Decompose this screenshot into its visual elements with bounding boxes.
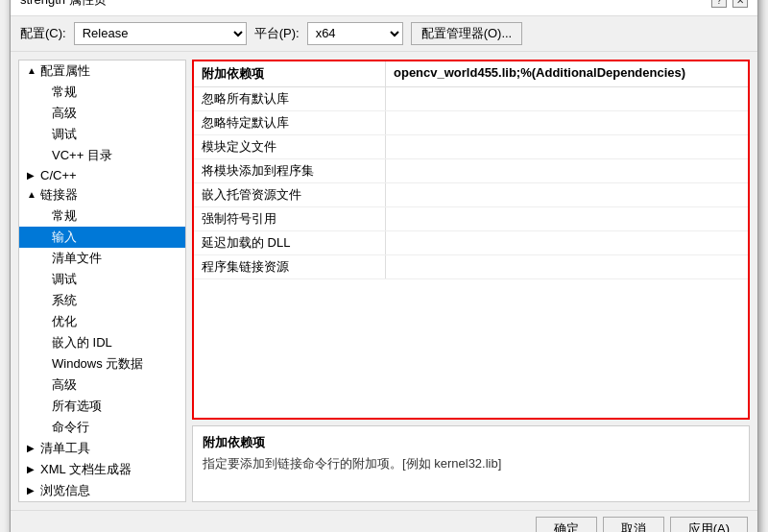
tree-item-label: 嵌入的 IDL: [52, 334, 112, 351]
tree-item-label: 高级: [52, 105, 77, 122]
tree-arrow-icon: ▲: [27, 65, 36, 76]
dialog-title: strength 属性页: [20, 0, 107, 9]
table-row[interactable]: 忽略特定默认库: [194, 111, 748, 135]
config-select[interactable]: Release: [74, 22, 247, 45]
tree-item[interactable]: 高级: [19, 103, 185, 124]
properties-table: 附加依赖项 opencv_world455.lib;%(AdditionalDe…: [192, 60, 750, 420]
tree-item[interactable]: ▲链接器: [19, 184, 185, 206]
prop-value: [386, 207, 748, 230]
tree-item-label: 浏览信息: [40, 482, 90, 499]
tree-arrow-icon: ▲: [27, 189, 36, 200]
tree-item-label: 输入: [52, 229, 77, 246]
prop-name: 程序集链接资源: [194, 255, 386, 278]
tree-item[interactable]: 优化: [19, 311, 185, 332]
ok-button[interactable]: 确定: [536, 517, 597, 533]
tree-item-label: C/C++: [40, 168, 77, 182]
tree-item-label: 调试: [52, 126, 77, 143]
tree-item[interactable]: 输入: [19, 227, 185, 248]
platform-label: 平台(P):: [254, 25, 300, 42]
table-row[interactable]: 延迟加载的 DLL: [194, 231, 748, 255]
tree-item-label: 优化: [52, 313, 77, 330]
tree-item[interactable]: 调试: [19, 124, 185, 145]
tree-item-label: 清单文件: [52, 250, 102, 267]
tree-arrow-icon: ▶: [27, 485, 36, 496]
properties-dialog: strength 属性页 ? ✕ 配置(C): Release 平台(P): x…: [10, 0, 758, 532]
prop-value: [386, 231, 748, 254]
info-panel: 附加依赖项 指定要添加到链接命令行的附加项。[例如 kernel32.lib]: [192, 425, 750, 502]
title-bar-buttons: ? ✕: [711, 0, 748, 8]
tree-arrow-icon: ▶: [27, 464, 36, 474]
prop-name: 延迟加载的 DLL: [194, 231, 386, 254]
tree-arrow-icon: ▶: [27, 443, 36, 453]
table-row[interactable]: 强制符号引用: [194, 207, 748, 231]
tree-item[interactable]: 常规: [19, 206, 185, 227]
close-button[interactable]: ✕: [732, 0, 748, 8]
prop-name: 模块定义文件: [194, 135, 386, 158]
prop-value: [386, 87, 748, 110]
tree-item-label: 所有选项: [52, 398, 102, 415]
tree-item-label: 命令行: [52, 419, 89, 436]
prop-value: [386, 135, 748, 158]
table-row[interactable]: 程序集链接资源: [194, 255, 748, 279]
tree-item-label: 高级: [52, 376, 77, 394]
table-row[interactable]: 忽略所有默认库: [194, 87, 748, 111]
main-content: ▲配置属性常规高级调试VC++ 目录▶C/C++▲链接器常规输入清单文件调试系统…: [11, 52, 757, 510]
tree-item[interactable]: 嵌入的 IDL: [19, 332, 185, 353]
tree-item-label: 系统: [52, 292, 77, 309]
cancel-button[interactable]: 取消: [603, 517, 664, 533]
tree-item-label: 常规: [52, 207, 77, 225]
tree-item-label: VC++ 目录: [52, 147, 112, 164]
tree-item[interactable]: 调试: [19, 269, 185, 290]
info-title: 附加依赖项: [203, 434, 739, 451]
tree-item[interactable]: 清单文件: [19, 248, 185, 269]
manager-button[interactable]: 配置管理器(O)...: [411, 22, 523, 45]
prop-name: 嵌入托管资源文件: [194, 183, 386, 206]
tree-item-label: XML 文档生成器: [40, 461, 132, 478]
tree-item-label: 常规: [52, 84, 77, 101]
prop-header-col2: opencv_world455.lib;%(AdditionalDependen…: [386, 61, 748, 86]
tree-item[interactable]: ▶XML 文档生成器: [19, 459, 185, 480]
table-row[interactable]: 将模块添加到程序集: [194, 159, 748, 183]
table-row[interactable]: 嵌入托管资源文件: [194, 183, 748, 207]
prop-value: [386, 111, 748, 134]
title-bar: strength 属性页 ? ✕: [11, 0, 757, 16]
tree-item-label: 清单工具: [40, 440, 90, 457]
apply-button[interactable]: 应用(A): [670, 517, 748, 533]
platform-select[interactable]: x64: [307, 22, 403, 45]
tree-item[interactable]: ▶C/C++: [19, 166, 185, 184]
tree-item[interactable]: 命令行: [19, 417, 185, 438]
prop-header-col1: 附加依赖项: [194, 61, 386, 86]
help-button[interactable]: ?: [711, 0, 727, 8]
prop-name: 忽略特定默认库: [194, 111, 386, 134]
table-row[interactable]: 模块定义文件: [194, 135, 748, 159]
prop-value: [386, 159, 748, 182]
tree-item-label: Windows 元数据: [52, 355, 143, 373]
info-description: 指定要添加到链接命令行的附加项。[例如 kernel32.lib]: [203, 455, 739, 472]
tree-item[interactable]: 系统: [19, 290, 185, 311]
prop-value: [386, 183, 748, 206]
config-label: 配置(C):: [20, 25, 66, 42]
prop-name: 忽略所有默认库: [194, 87, 386, 110]
tree-item-label: 调试: [52, 271, 77, 288]
tree-item-label: 配置属性: [40, 62, 90, 80]
tree-item[interactable]: VC++ 目录: [19, 145, 185, 166]
toolbar: 配置(C): Release 平台(P): x64 配置管理器(O)...: [11, 16, 757, 52]
tree-item-label: 链接器: [40, 186, 78, 204]
tree-item[interactable]: ▶清单工具: [19, 438, 185, 459]
tree-item[interactable]: 所有选项: [19, 396, 185, 417]
tree-item[interactable]: 高级: [19, 375, 185, 396]
prop-name: 强制符号引用: [194, 207, 386, 230]
bottom-bar: 确定 取消 应用(A) CSDN @澄鑫: [11, 510, 757, 533]
tree-item[interactable]: ▲配置属性: [19, 60, 185, 82]
prop-name: 将模块添加到程序集: [194, 159, 386, 182]
tree-item[interactable]: Windows 元数据: [19, 353, 185, 375]
tree-panel: ▲配置属性常规高级调试VC++ 目录▶C/C++▲链接器常规输入清单文件调试系统…: [18, 60, 186, 502]
tree-arrow-icon: ▶: [27, 170, 36, 181]
prop-value: [386, 255, 748, 278]
tree-item[interactable]: ▶浏览信息: [19, 480, 185, 501]
prop-header: 附加依赖项 opencv_world455.lib;%(AdditionalDe…: [194, 61, 748, 87]
right-panel: 附加依赖项 opencv_world455.lib;%(AdditionalDe…: [192, 60, 750, 502]
tree-item[interactable]: 常规: [19, 82, 185, 103]
